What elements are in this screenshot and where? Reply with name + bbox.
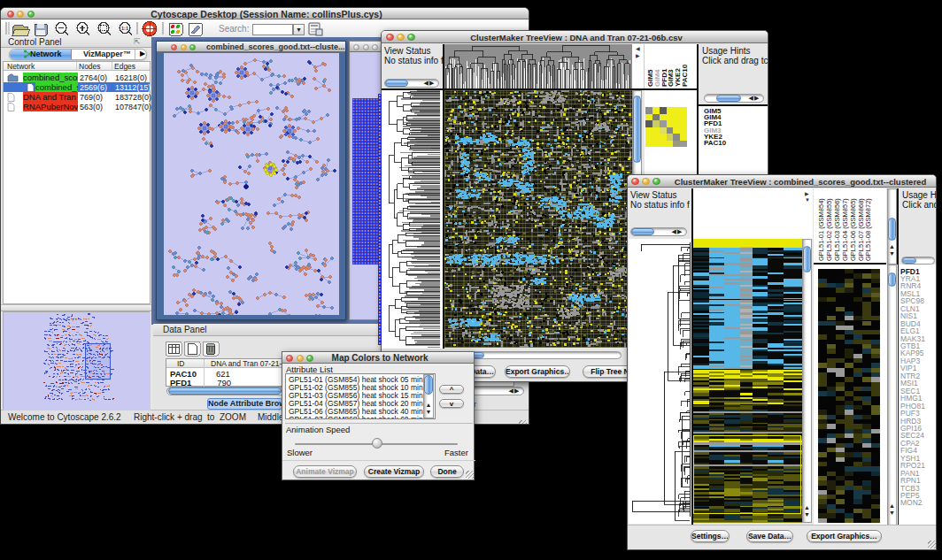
svg-text:Search:: Search: [219,24,249,34]
svg-text:1:1: 1:1 [121,26,128,31]
